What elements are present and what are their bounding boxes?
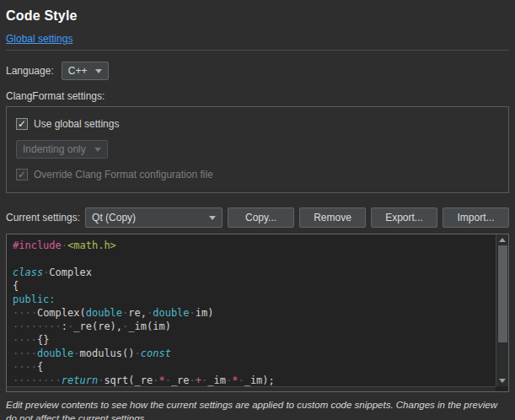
clangformat-group: ClangFormat settings: ✓ Use global setti… [6,90,509,193]
global-settings-link[interactable]: Global settings [6,33,72,45]
export-button[interactable]: Export... [371,207,437,228]
override-config-label: Override Clang Format configuration file [34,169,213,180]
vertical-scrollbar-thumb[interactable] [498,245,507,342]
separator [6,50,509,51]
scroll-up-icon[interactable] [499,238,506,242]
clangformat-group-body: ✓ Use global settings Indenting only ✓ O… [6,106,509,193]
language-label: Language: [6,65,54,77]
language-dropdown-value: C++ [68,65,88,77]
code-editor-content[interactable]: #include·<math.h> class·Complex{public:·… [7,234,496,386]
import-button[interactable]: Import... [443,207,509,228]
clangformat-group-label: ClangFormat settings: [6,90,509,102]
chevron-down-icon [95,69,102,73]
use-global-settings-row: ✓ Use global settings [16,118,499,130]
page-title: Code Style [6,8,509,24]
current-settings-label: Current settings: [6,212,80,223]
checkmark-icon: ✓ [18,170,26,180]
use-global-settings-checkbox[interactable]: ✓ [16,118,28,130]
copy-button[interactable]: Copy... [228,207,294,228]
code-preview-editor: #include·<math.h> class·Complex{public:·… [6,234,509,392]
remove-button[interactable]: Remove [299,207,366,228]
language-row: Language: C++ [6,62,509,80]
language-dropdown[interactable]: C++ [62,62,110,80]
clangformat-mode-value: Indenting only [23,143,86,155]
current-settings-dropdown[interactable]: Qt (Copy) [85,207,223,228]
override-config-checkbox: ✓ [16,169,28,180]
vertical-scrollbar[interactable] [496,234,508,386]
scroll-down-icon[interactable] [499,379,506,383]
footer-hint-text: Edit preview contents to see how the cur… [6,399,509,420]
chevron-down-icon [209,216,216,220]
override-config-row: ✓ Override Clang Format configuration fi… [16,169,499,180]
current-settings-value: Qt (Copy) [92,212,136,223]
horizontal-scrollbar[interactable] [7,386,496,391]
code-style-settings-page: Code Style Global settings Language: C++… [0,0,515,420]
clangformat-mode-row: Indenting only [16,140,499,159]
use-global-settings-label: Use global settings [34,118,119,130]
checkmark-icon: ✓ [18,119,26,129]
current-settings-row: Current settings: Qt (Copy) Copy... Remo… [6,207,509,228]
clangformat-mode-dropdown: Indenting only [16,140,108,159]
chevron-down-icon [94,148,101,152]
